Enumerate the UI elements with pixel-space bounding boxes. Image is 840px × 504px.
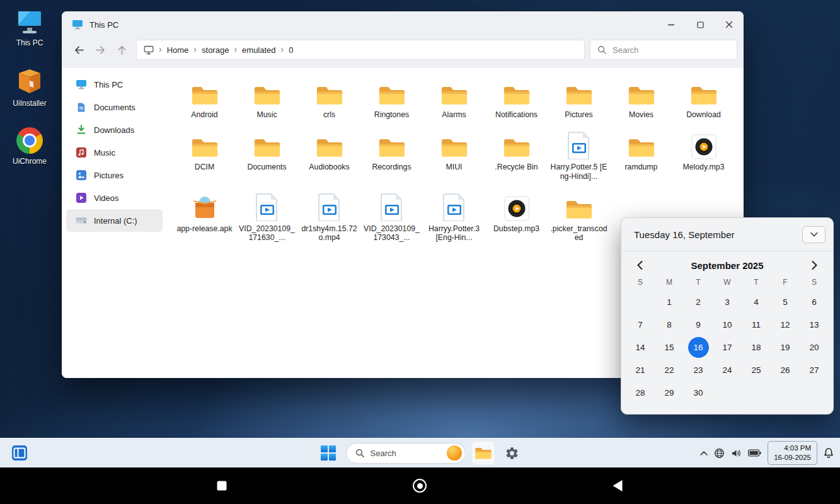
taskbar-settings[interactable] bbox=[501, 442, 524, 464]
minimize-button[interactable] bbox=[657, 11, 686, 38]
calendar-day[interactable]: 13 bbox=[800, 313, 829, 336]
taskbar-search[interactable]: Search bbox=[346, 443, 466, 464]
battery-icon[interactable] bbox=[748, 449, 761, 457]
calendar-day[interactable]: 5 bbox=[771, 290, 800, 313]
breadcrumb-item[interactable]: 0 bbox=[289, 45, 293, 55]
file-item[interactable]: Harry.Potter.5 [Eng-Hindi]... bbox=[548, 125, 610, 181]
file-item[interactable]: Melody.mp3 bbox=[672, 125, 735, 181]
calendar-day[interactable]: 3 bbox=[713, 290, 742, 313]
file-item[interactable]: Music bbox=[236, 73, 298, 120]
tray-chevron-up-icon[interactable] bbox=[700, 451, 708, 455]
file-label: Notifications bbox=[495, 110, 538, 120]
calendar-day[interactable]: 17 bbox=[713, 336, 742, 358]
taskbar-clock[interactable]: 4:03 PM 16-09-2025 bbox=[768, 441, 817, 465]
back-nav-button[interactable] bbox=[613, 480, 623, 491]
calendar-day[interactable]: 19 bbox=[771, 336, 800, 358]
sidebar-item-music[interactable]: Music bbox=[66, 141, 163, 164]
file-item[interactable]: .Recycle Bin bbox=[485, 125, 548, 181]
network-globe-icon[interactable] bbox=[714, 448, 725, 459]
window-manager-icon[interactable] bbox=[11, 445, 28, 461]
start-button[interactable] bbox=[317, 442, 340, 464]
sidebar-item-videos[interactable]: Videos bbox=[66, 186, 163, 209]
notifications-bell-icon[interactable] bbox=[824, 447, 834, 459]
taskbar-file-explorer[interactable] bbox=[472, 442, 495, 464]
file-item[interactable]: Recordings bbox=[360, 125, 423, 181]
file-item[interactable]: crls bbox=[298, 73, 360, 120]
breadcrumb-item[interactable]: Home bbox=[167, 45, 189, 55]
calendar-day[interactable]: 6 bbox=[800, 290, 829, 313]
file-item[interactable]: Movies bbox=[610, 73, 672, 120]
recents-button[interactable] bbox=[217, 481, 227, 491]
volume-icon[interactable] bbox=[731, 449, 742, 458]
sidebar-item-label: This PC bbox=[94, 80, 123, 89]
sidebar-item-this-pc[interactable]: This PC bbox=[66, 73, 163, 96]
maximize-button[interactable] bbox=[686, 11, 715, 38]
folder-icon bbox=[440, 130, 468, 159]
desktop-icon-this-pc[interactable]: This PC bbox=[2, 8, 57, 47]
file-item[interactable]: ramdump bbox=[610, 125, 672, 181]
file-item[interactable]: Notifications bbox=[485, 73, 548, 120]
calendar-day[interactable]: 30 bbox=[684, 381, 713, 404]
sidebar-item-documents[interactable]: Documents bbox=[66, 96, 163, 118]
calendar-day[interactable]: 2 bbox=[684, 290, 713, 313]
up-button[interactable] bbox=[111, 39, 132, 60]
calendar-day[interactable]: 24 bbox=[713, 358, 742, 381]
calendar-day[interactable]: 4 bbox=[742, 290, 771, 313]
package-icon bbox=[16, 67, 43, 96]
calendar-day[interactable]: 18 bbox=[742, 336, 771, 358]
file-item[interactable]: Alarms bbox=[423, 73, 485, 120]
file-item[interactable]: DCIM bbox=[173, 125, 236, 181]
file-item[interactable]: Audiobooks bbox=[298, 125, 360, 181]
desktop-icon-uiinstaller[interactable]: UiInstaller bbox=[2, 67, 57, 108]
calendar-day[interactable]: 25 bbox=[742, 358, 771, 381]
calendar-day[interactable]: 14 bbox=[626, 336, 655, 358]
close-button[interactable] bbox=[715, 11, 744, 38]
file-item[interactable]: Dubstep.mp3 bbox=[485, 187, 548, 243]
calendar-day[interactable]: 1 bbox=[655, 290, 684, 313]
calendar-day[interactable]: 28 bbox=[626, 381, 655, 404]
home-button[interactable] bbox=[413, 479, 427, 493]
file-item[interactable]: Ringtones bbox=[360, 73, 423, 120]
file-item[interactable]: .picker_transcoded bbox=[548, 187, 610, 243]
calendar-day[interactable]: 9 bbox=[684, 313, 713, 336]
next-month-button[interactable] bbox=[808, 258, 822, 272]
explorer-search-box[interactable] bbox=[590, 40, 737, 60]
calendar-day[interactable]: 23 bbox=[684, 358, 713, 381]
calendar-day[interactable]: 15 bbox=[655, 336, 684, 358]
sidebar-item-pictures[interactable]: Pictures bbox=[66, 164, 163, 186]
calendar-day[interactable]: 27 bbox=[800, 358, 829, 381]
calendar-day[interactable]: 7 bbox=[626, 313, 655, 336]
breadcrumb-item[interactable]: storage bbox=[202, 45, 229, 55]
file-item[interactable]: MIUI bbox=[423, 125, 485, 181]
file-item[interactable]: VID_20230109_171630_... bbox=[236, 187, 298, 243]
file-item[interactable]: Android bbox=[173, 73, 236, 120]
sidebar-item-downloads[interactable]: Downloads bbox=[66, 118, 163, 141]
desktop-icon-uichrome[interactable]: UiChrome bbox=[2, 127, 57, 166]
back-button[interactable] bbox=[68, 39, 89, 60]
window-titlebar[interactable]: This PC bbox=[62, 11, 744, 38]
file-item[interactable]: Pictures bbox=[548, 73, 610, 120]
calendar-day[interactable]: 11 bbox=[742, 313, 771, 336]
breadcrumb[interactable]: › Home › storage › emulated › 0 bbox=[136, 40, 585, 60]
breadcrumb-item[interactable]: emulated bbox=[242, 45, 275, 55]
calendar-day[interactable]: 22 bbox=[655, 358, 684, 381]
file-item[interactable]: Harryy.Potter.3[Eng-Hin... bbox=[423, 187, 485, 243]
file-item[interactable]: VID_20230109_173043_... bbox=[360, 187, 423, 243]
calendar-day[interactable]: 12 bbox=[771, 313, 800, 336]
search-input[interactable] bbox=[613, 45, 730, 55]
calendar-day[interactable]: 26 bbox=[771, 358, 800, 381]
sidebar-item-internal-c[interactable]: Internal (C:) bbox=[66, 209, 163, 232]
calendar-day[interactable]: 16 bbox=[688, 337, 709, 358]
file-item[interactable]: dr1shy4m.15.72o.mp4 bbox=[298, 187, 360, 243]
calendar-day[interactable]: 10 bbox=[713, 313, 742, 336]
file-item[interactable]: Documents bbox=[236, 125, 298, 181]
calendar-day[interactable]: 8 bbox=[655, 313, 684, 336]
calendar-day[interactable]: 21 bbox=[626, 358, 655, 381]
calendar-collapse-button[interactable] bbox=[802, 226, 826, 243]
calendar-day[interactable]: 29 bbox=[655, 381, 684, 404]
previous-month-button[interactable] bbox=[633, 258, 647, 272]
file-item[interactable]: app-release.apk bbox=[173, 187, 236, 243]
file-item[interactable]: Download bbox=[672, 73, 735, 120]
calendar-day[interactable]: 20 bbox=[800, 336, 829, 358]
forward-button[interactable] bbox=[89, 39, 111, 60]
